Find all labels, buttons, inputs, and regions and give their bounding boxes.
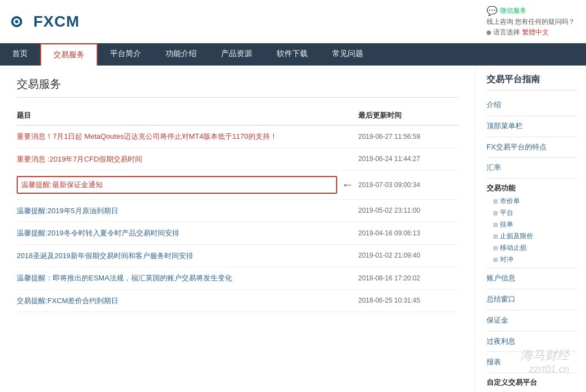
svg-point-2 bbox=[15, 20, 18, 23]
sub-square-icon bbox=[493, 246, 498, 250]
lang-label: 语言选择 bbox=[493, 28, 520, 37]
sidebar-divider bbox=[487, 310, 578, 310]
sidebar-section-custom: 自定义交易平台 bbox=[487, 378, 578, 388]
sidebar-link-platform[interactable]: 平台 bbox=[500, 208, 513, 218]
nav-products[interactable]: 产品资源 bbox=[209, 43, 264, 66]
sub-square-icon bbox=[493, 258, 498, 262]
sub-square-icon bbox=[493, 199, 498, 204]
header: FXCM 💬 微信服务 线上咨询 您有任何的疑问吗？ 语言选择 繁體中文 bbox=[0, 0, 586, 43]
articles-list: 重要消息！7月1日起 MetaQoutes迈达克公司将停止对MT4版本低于117… bbox=[17, 125, 458, 312]
fxcm-logo-icon bbox=[11, 14, 29, 29]
sidebar-item-account[interactable]: 账户信息 bbox=[487, 270, 578, 287]
article-link[interactable]: 温馨提醒:2019年5月原油到期日 bbox=[17, 205, 358, 217]
wechat-service: 💬 微信服务 bbox=[487, 6, 575, 16]
nav-faq[interactable]: 常见问题 bbox=[320, 43, 375, 66]
sidebar-link-market-order[interactable]: 市价单 bbox=[500, 197, 520, 206]
sidebar-sub-hedge: 对冲 bbox=[487, 254, 578, 265]
sidebar-sub-market-order: 市价单 bbox=[487, 195, 578, 207]
nav-downloads[interactable]: 软件下载 bbox=[264, 43, 320, 66]
page-title: 交易服务 bbox=[17, 77, 458, 98]
wechat-icon: 💬 bbox=[487, 6, 498, 16]
sidebar-item-overnight[interactable]: 过夜利息 bbox=[487, 334, 578, 350]
sidebar-divider bbox=[487, 157, 578, 158]
sidebar-sub-trailing-stop: 移动止损 bbox=[487, 242, 578, 254]
article-link[interactable]: 2018圣诞及2019新年假期交易时间和客户服务时间安排 bbox=[17, 250, 358, 262]
table-row: 温馨提醒：即将推出的ESMA法规，福汇英国的账户交易将发生变化 2018-08-… bbox=[17, 267, 458, 290]
col-title-header: 题目 bbox=[17, 110, 358, 120]
article-link-highlighted[interactable]: 温馨提醒:最新保证金通知 bbox=[21, 179, 333, 190]
sidebar-divider bbox=[487, 178, 578, 179]
main-wrapper: 交易服务 题目 最后更新时间 重要消息！7月1日起 MetaQoutes迈达克公… bbox=[0, 66, 586, 392]
table-row: 温馨提醒:2019冬令时转入夏令时产品交易时间安排 2019-04-16 09:… bbox=[17, 222, 458, 245]
article-date: 2019-01-02 21:09:40 bbox=[358, 252, 458, 259]
article-date: 2018-08-16 17:20:02 bbox=[358, 274, 458, 282]
article-link[interactable]: 温馨提醒：即将推出的ESMA法规，福汇英国的账户交易将发生变化 bbox=[17, 273, 358, 284]
table-row: 温馨提醒:2019年5月原油到期日 2019-05-02 23:11:00 bbox=[17, 200, 458, 223]
sidebar-item-exchange[interactable]: 汇率 bbox=[487, 160, 578, 176]
sidebar-section-trading: 交易功能 bbox=[487, 183, 578, 193]
sidebar-sub-pending: 挂单 bbox=[487, 219, 578, 230]
sub-square-icon bbox=[493, 211, 498, 215]
sidebar-divider bbox=[487, 331, 578, 331]
logo-text: FXCM bbox=[33, 13, 79, 31]
sidebar-divider bbox=[487, 268, 578, 268]
table-header: 题目 最后更新时间 bbox=[17, 106, 458, 125]
article-link[interactable]: 重要消息 :2019年7月CFD假期交易时间 bbox=[17, 154, 358, 165]
arrow-indicator: ← bbox=[342, 178, 354, 192]
highlighted-article: 温馨提醒:最新保证金通知 bbox=[17, 176, 337, 194]
sidebar-link-stop-limit[interactable]: 止损及限价 bbox=[500, 232, 533, 241]
lang-dot bbox=[487, 31, 491, 35]
sidebar-divider bbox=[487, 351, 578, 352]
article-date: 2019-05-02 23:11:00 bbox=[358, 207, 458, 214]
sidebar-item-summary[interactable]: 总结窗口 bbox=[487, 292, 578, 308]
col-date-header: 最后更新时间 bbox=[358, 110, 458, 120]
sidebar-sub-platform: 平台 bbox=[487, 207, 578, 219]
article-link[interactable]: 重要消息！7月1日起 MetaQoutes迈达克公司将停止对MT4版本低于117… bbox=[17, 131, 358, 142]
sidebar-divider bbox=[487, 289, 578, 289]
service-text: 线上咨询 您有任何的疑问吗？ bbox=[487, 17, 575, 27]
sidebar-item-intro[interactable]: 介绍 bbox=[487, 97, 578, 113]
sidebar-divider bbox=[487, 115, 578, 116]
sub-square-icon bbox=[493, 234, 498, 239]
table-row: 温馨提醒:最新保证金通知 ← 2019-07-03 09:00:34 bbox=[17, 170, 458, 200]
nav-platform[interactable]: 平台简介 bbox=[98, 43, 153, 66]
sidebar-item-margin[interactable]: 保证金 bbox=[487, 313, 578, 329]
sidebar-link-pending[interactable]: 挂单 bbox=[500, 220, 513, 229]
sidebar-title: 交易平台指南 bbox=[487, 74, 578, 91]
article-link[interactable]: 温馨提醒:2019冬令时转入夏令时产品交易时间安排 bbox=[17, 228, 358, 239]
sub-square-icon bbox=[493, 223, 498, 227]
nav-features[interactable]: 功能介绍 bbox=[153, 43, 209, 66]
article-date: 2019-06-27 11:56:59 bbox=[358, 133, 458, 140]
sidebar-divider bbox=[487, 137, 578, 137]
table-row: 重要消息！7月1日起 MetaQoutes迈达克公司将停止对MT4版本低于117… bbox=[17, 125, 458, 148]
lang-line: 语言选择 繁體中文 bbox=[487, 28, 575, 37]
header-right: 💬 微信服务 线上咨询 您有任何的疑问吗？ 语言选择 繁體中文 bbox=[487, 6, 575, 37]
table-row: 重要消息 :2019年7月CFD假期交易时间 2019-06-24 11:44:… bbox=[17, 148, 458, 171]
sidebar-item-top-menu[interactable]: 顶部菜单栏 bbox=[487, 118, 578, 134]
article-date: 2019-07-03 09:00:34 bbox=[358, 181, 458, 189]
sidebar: 交易平台指南 介绍 顶部菜单栏 FX交易平台的特点 汇率 交易功能 市价单 平台… bbox=[475, 66, 586, 392]
article-link[interactable]: 交易提醒:FXCM差价合约到期日 bbox=[17, 295, 358, 306]
sidebar-sub-lang: 语言 bbox=[487, 390, 578, 392]
lang-link[interactable]: 繁體中文 bbox=[522, 28, 549, 37]
sidebar-link-trailing-stop[interactable]: 移动止损 bbox=[500, 243, 527, 253]
sidebar-divider bbox=[487, 373, 578, 373]
wechat-label: 微信服务 bbox=[500, 6, 527, 16]
nav-trading-services[interactable]: 交易服务 bbox=[40, 43, 98, 66]
article-date: 2019-06-24 11:44:27 bbox=[358, 155, 458, 163]
logo: FXCM bbox=[11, 13, 79, 31]
sidebar-link-hedge[interactable]: 对冲 bbox=[500, 255, 513, 264]
nav-home[interactable]: 首页 bbox=[0, 43, 40, 66]
sidebar-item-report[interactable]: 报表 bbox=[487, 354, 578, 370]
sidebar-item-features[interactable]: FX交易平台的特点 bbox=[487, 139, 578, 155]
table-row: 交易提醒:FXCM差价合约到期日 2018-06-25 10:31:45 bbox=[17, 290, 458, 313]
table-row: 2018圣诞及2019新年假期交易时间和客户服务时间安排 2019-01-02 … bbox=[17, 245, 458, 268]
article-date: 2018-06-25 10:31:45 bbox=[358, 296, 458, 304]
main-nav: 首页 交易服务 平台简介 功能介绍 产品资源 软件下载 常见问题 bbox=[0, 43, 586, 66]
article-date: 2019-04-16 09:06:13 bbox=[358, 229, 458, 237]
content-area: 交易服务 题目 最后更新时间 重要消息！7月1日起 MetaQoutes迈达克公… bbox=[0, 66, 475, 392]
sidebar-sub-stop-limit: 止损及限价 bbox=[487, 230, 578, 242]
